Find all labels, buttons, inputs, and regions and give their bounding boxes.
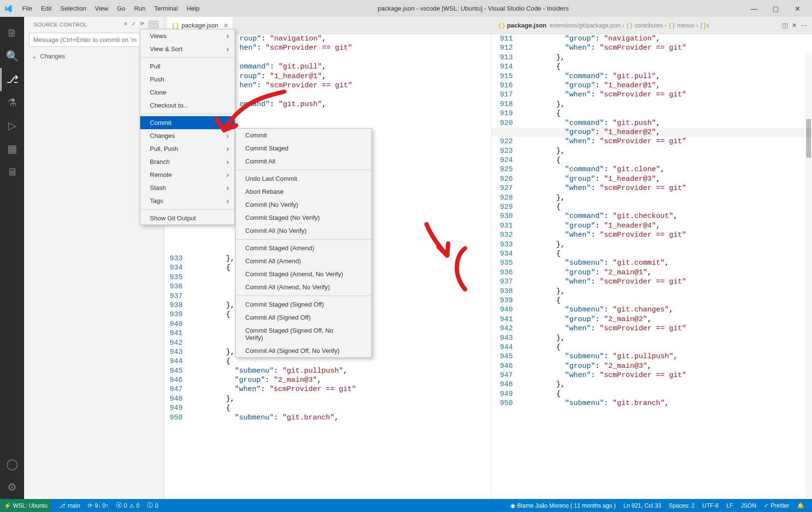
status-bar: ⚡WSL: Ubuntu ⎇main ⟳9↓ 0↑ ⓧ0⚠0 ⓘ0 ◉Blame… — [0, 499, 812, 512]
menu-go[interactable]: Go — [113, 3, 129, 14]
scrollbar-vertical[interactable] — [805, 52, 812, 499]
activity-extensions-icon[interactable]: ▦ — [0, 137, 24, 161]
chevron-down-icon: ⌄ — [32, 53, 37, 60]
menu-item-commit-staged-signed-off-[interactable]: Commit Staged (Signed Off) — [236, 298, 372, 311]
menu-item-commit-all-amend-no-verify-[interactable]: Commit All (Amend, No Verify) — [236, 281, 372, 294]
menu-item-checkout-to-[interactable]: Checkout to... — [140, 99, 235, 112]
activity-scm-icon[interactable]: ⎇ — [0, 68, 24, 91]
menu-item-commit-no-verify-[interactable]: Commit (No Verify) — [236, 198, 372, 211]
activity-explorer-icon[interactable]: 🗎 — [0, 22, 24, 45]
window-title: package.json - vscode [WSL: Ubuntu] - Vi… — [203, 5, 743, 12]
editor-tabs-right: { } package.json extensions/git/package.… — [492, 17, 812, 34]
menu-item-commit-all-no-verify-[interactable]: Commit All (No Verify) — [236, 224, 372, 237]
notifications-icon[interactable]: 🔔 — [793, 502, 808, 509]
menu-item-commit[interactable]: Commit — [140, 116, 235, 129]
menu-item-commit-staged[interactable]: Commit Staged — [236, 142, 372, 155]
menu-item-commit-all[interactable]: Commit All — [236, 155, 372, 168]
more-icon[interactable]: ⋯ — [801, 22, 807, 29]
branch-indicator[interactable]: ⎇main — [55, 502, 84, 509]
maximize-button[interactable]: ▢ — [765, 1, 786, 16]
menu-item-commit-staged-signed-off-no-verify-[interactable]: Commit Staged (Signed Off, No Verify) — [236, 324, 372, 344]
menu-item-commit-staged-no-verify-[interactable]: Commit Staged (No Verify) — [236, 211, 372, 224]
code-editor-right[interactable]: 9119129139149159169179189199209219229239… — [492, 34, 812, 499]
menu-terminal[interactable]: Terminal — [150, 3, 182, 14]
menu-item-clone[interactable]: Clone — [140, 86, 235, 99]
title-bar: FileEditSelectionViewGoRunTerminalHelp p… — [0, 0, 812, 17]
activity-debug-icon[interactable]: ▷ — [0, 114, 24, 137]
prettier-indicator[interactable]: ✓Prettier — [760, 502, 793, 509]
spaces-indicator[interactable]: Spaces: 2 — [665, 502, 698, 509]
menu-help[interactable]: Help — [183, 3, 203, 14]
menu-item-branch[interactable]: Branch — [140, 155, 235, 168]
activity-testing-icon[interactable]: ⚗ — [0, 91, 24, 114]
scm-more-menu: ViewsView & SortPullPushCloneCheckout to… — [140, 29, 235, 225]
menu-item-views[interactable]: Views — [140, 29, 235, 42]
minimize-button[interactable]: — — [743, 1, 765, 16]
ports-indicator[interactable]: ⓘ0 — [143, 501, 162, 510]
sync-indicator[interactable]: ⟳9↓ 0↑ — [84, 502, 112, 509]
activity-search-icon[interactable]: 🔍 — [0, 45, 24, 68]
commit-check-icon[interactable]: ✓ — [132, 21, 136, 28]
language-indicator[interactable]: JSON — [737, 502, 760, 509]
tab-package-json-right[interactable]: package.json — [507, 22, 546, 29]
menu-item-tags[interactable]: Tags — [140, 194, 235, 207]
close-window-button[interactable]: ✕ — [786, 1, 808, 16]
activity-bar: 🗎 🔍 ⎇ ⚗ ▷ ▦ 🖥 ◯ ⚙ — [0, 17, 24, 499]
split-editor-icon[interactable]: ◫ — [782, 22, 788, 29]
menu-item-commit[interactable]: Commit — [236, 129, 372, 142]
menu-item-commit-all-signed-off-no-verify-[interactable]: Commit All (Signed Off, No Verify) — [236, 344, 372, 357]
activity-account-icon[interactable]: ◯ — [0, 453, 24, 476]
encoding-indicator[interactable]: UTF-8 — [698, 502, 722, 509]
more-actions-icon[interactable]: ⋯ — [148, 21, 159, 28]
menu-item-pull[interactable]: Pull — [140, 60, 235, 73]
menu-item-abort-rebase[interactable]: Abort Rebase — [236, 185, 372, 198]
menu-edit[interactable]: Edit — [37, 3, 55, 14]
menu-item-commit-staged-amend-[interactable]: Commit Staged (Amend) — [236, 242, 372, 255]
menu-item-commit-all-signed-off-[interactable]: Commit All (Signed Off) — [236, 311, 372, 324]
menu-item-push[interactable]: Push — [140, 73, 235, 86]
menu-view[interactable]: View — [91, 3, 112, 14]
close-tab-icon[interactable]: ✕ — [792, 22, 797, 29]
menu-item-stash[interactable]: Stash — [140, 181, 235, 194]
activity-remote-icon[interactable]: 🖥 — [0, 161, 24, 184]
refresh-icon[interactable]: ⟳ — [140, 21, 145, 28]
menu-item-commit-staged-amend-no-verify-[interactable]: Commit Staged (Amend, No Verify) — [236, 268, 372, 281]
json-icon: { } — [494, 22, 507, 29]
menu-file[interactable]: File — [18, 3, 36, 14]
menu-run[interactable]: Run — [130, 3, 149, 14]
json-icon: { } — [172, 22, 179, 29]
scm-commit-submenu: CommitCommit StagedCommit AllUndo Last C… — [235, 128, 372, 358]
sidebar-title: SOURCE CONTROL — [34, 22, 87, 27]
git-blame[interactable]: ◉Blame João Moreno ( 11 months ago ) — [506, 502, 620, 509]
menu-item-undo-last-commit[interactable]: Undo Last Commit — [236, 172, 372, 185]
tree-view-icon[interactable]: ≡ — [124, 21, 128, 28]
menu-item-pull-push[interactable]: Pull, Push — [140, 142, 235, 155]
menu-item-view-sort[interactable]: View & Sort — [140, 42, 235, 55]
menu-bar: FileEditSelectionViewGoRunTerminalHelp — [18, 3, 203, 14]
breadcrumb[interactable]: extensions/git/package.json › { } contri… — [546, 22, 709, 29]
commit-message-input[interactable] — [29, 33, 159, 47]
menu-selection[interactable]: Selection — [56, 3, 90, 14]
eol-indicator[interactable]: LF — [722, 502, 737, 509]
vscode-icon — [4, 4, 13, 13]
problems-indicator[interactable]: ⓧ0⚠0 — [112, 501, 143, 510]
menu-item-show-git-output[interactable]: Show Git Output — [140, 212, 235, 225]
cursor-position[interactable]: Ln 921, Col 33 — [620, 502, 665, 509]
menu-item-remote[interactable]: Remote — [140, 168, 235, 181]
close-tab-icon[interactable]: ✕ — [223, 22, 229, 29]
activity-settings-icon[interactable]: ⚙ — [0, 476, 24, 499]
menu-item-changes[interactable]: Changes — [140, 129, 235, 142]
remote-indicator[interactable]: ⚡WSL: Ubuntu — [0, 499, 51, 512]
menu-item-commit-all-amend-[interactable]: Commit All (Amend) — [236, 255, 372, 268]
